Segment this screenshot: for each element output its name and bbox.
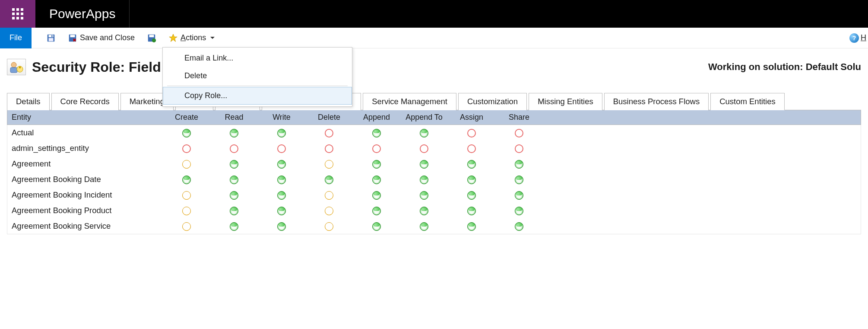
privilege-icon-none bbox=[420, 144, 428, 153]
privilege-cell[interactable] bbox=[400, 144, 448, 153]
privilege-icon-org bbox=[420, 176, 428, 184]
help-icon: ? bbox=[849, 33, 859, 43]
menu-item-delete[interactable]: Delete bbox=[163, 67, 352, 85]
privilege-cell[interactable] bbox=[258, 190, 305, 200]
grid-header-row: EntityCreateReadWriteDeleteAppendAppend … bbox=[7, 110, 861, 125]
privilege-cell[interactable] bbox=[353, 175, 400, 184]
privilege-cell[interactable] bbox=[258, 175, 305, 184]
privilege-cell[interactable] bbox=[448, 144, 495, 153]
privilege-cell[interactable] bbox=[305, 221, 353, 231]
privilege-cell[interactable] bbox=[163, 175, 210, 184]
entity-name: Agreement bbox=[7, 159, 163, 169]
privilege-cell[interactable] bbox=[305, 175, 353, 184]
privilege-cell[interactable] bbox=[448, 175, 495, 184]
menu-item-copy-role[interactable]: Copy Role... bbox=[163, 87, 352, 105]
privilege-cell[interactable] bbox=[163, 190, 210, 200]
privilege-cell[interactable] bbox=[448, 206, 495, 215]
tab-customization[interactable]: Customization bbox=[458, 93, 527, 110]
privilege-cell[interactable] bbox=[258, 159, 305, 169]
privilege-cell[interactable] bbox=[258, 128, 305, 137]
brand-label: PowerApps bbox=[35, 0, 130, 28]
privilege-cell[interactable] bbox=[353, 221, 400, 231]
privilege-cell[interactable] bbox=[448, 128, 495, 137]
privilege-cell[interactable] bbox=[210, 175, 258, 184]
tab-custom-entities[interactable]: Custom Entities bbox=[710, 93, 785, 110]
privilege-cell[interactable] bbox=[163, 221, 210, 231]
privilege-icon-org bbox=[420, 191, 428, 200]
privilege-icon-org bbox=[467, 191, 476, 200]
privilege-icon-none bbox=[467, 144, 476, 153]
privilege-cell[interactable] bbox=[400, 190, 448, 200]
publish-button[interactable] bbox=[143, 32, 160, 45]
publish-icon bbox=[147, 33, 156, 43]
tab-service-management[interactable]: Service Management bbox=[363, 93, 456, 110]
privilege-cell[interactable] bbox=[163, 206, 210, 215]
privilege-cell[interactable] bbox=[448, 190, 495, 200]
privilege-icon-org bbox=[277, 222, 286, 231]
privilege-cell[interactable] bbox=[305, 159, 353, 169]
privilege-cell[interactable] bbox=[353, 206, 400, 215]
col-header-entity: Entity bbox=[7, 110, 163, 125]
privilege-cell[interactable] bbox=[353, 144, 400, 153]
tab-core-records[interactable]: Core Records bbox=[51, 93, 119, 110]
privilege-cell[interactable] bbox=[258, 144, 305, 153]
privilege-cell[interactable] bbox=[163, 159, 210, 169]
privilege-cell[interactable] bbox=[400, 206, 448, 215]
help-button[interactable]: ? H bbox=[848, 33, 868, 43]
menu-item-email-link[interactable]: Email a Link... bbox=[163, 49, 352, 67]
privilege-icon-user bbox=[325, 207, 333, 215]
privilege-cell[interactable] bbox=[305, 144, 353, 153]
col-header-create: Create bbox=[163, 110, 210, 125]
privilege-cell[interactable] bbox=[400, 221, 448, 231]
privilege-cell[interactable] bbox=[400, 175, 448, 184]
privilege-cell[interactable] bbox=[210, 128, 258, 137]
privilege-cell[interactable] bbox=[305, 190, 353, 200]
privilege-cell[interactable] bbox=[495, 175, 543, 184]
privilege-cell[interactable] bbox=[258, 221, 305, 231]
save-icon bbox=[46, 33, 56, 43]
privilege-icon-org bbox=[230, 191, 238, 200]
privilege-icon-user bbox=[182, 191, 191, 200]
privilege-cell[interactable] bbox=[495, 128, 543, 137]
col-header-append-to: Append To bbox=[400, 110, 448, 125]
privilege-cell[interactable] bbox=[210, 221, 258, 231]
privilege-cell[interactable] bbox=[163, 128, 210, 137]
privilege-cell[interactable] bbox=[353, 190, 400, 200]
privilege-cell[interactable] bbox=[210, 144, 258, 153]
privilege-cell[interactable] bbox=[495, 144, 543, 153]
privilege-cell[interactable] bbox=[400, 128, 448, 137]
entity-name: Actual bbox=[7, 128, 163, 137]
privilege-cell[interactable] bbox=[353, 159, 400, 169]
privilege-cell[interactable] bbox=[163, 144, 210, 153]
tab-missing-entities[interactable]: Missing Entities bbox=[529, 93, 602, 110]
privilege-cell[interactable] bbox=[448, 159, 495, 169]
privilege-cell[interactable] bbox=[258, 206, 305, 215]
col-header-delete: Delete bbox=[305, 110, 353, 125]
privilege-icon-org bbox=[420, 222, 428, 231]
privilege-cell[interactable] bbox=[210, 206, 258, 215]
privilege-cell[interactable] bbox=[495, 159, 543, 169]
app-launcher-button[interactable] bbox=[0, 0, 35, 28]
privilege-cell[interactable] bbox=[353, 128, 400, 137]
save-button[interactable] bbox=[43, 32, 59, 45]
privilege-icon-org bbox=[277, 160, 286, 169]
privilege-icon-none bbox=[230, 144, 238, 153]
privilege-cell[interactable] bbox=[210, 159, 258, 169]
tab-details[interactable]: Details bbox=[7, 93, 50, 110]
save-and-close-button[interactable]: Save and Close bbox=[64, 32, 138, 45]
privilege-cell[interactable] bbox=[448, 221, 495, 231]
privilege-cell[interactable] bbox=[495, 190, 543, 200]
privilege-cell[interactable] bbox=[305, 206, 353, 215]
file-menu-button[interactable]: File bbox=[0, 28, 32, 48]
actions-menu-wrapper: Actions Email a Link... Delete Copy Role… bbox=[162, 32, 221, 45]
actions-menu-button[interactable]: Actions bbox=[165, 32, 218, 45]
privilege-cell[interactable] bbox=[305, 128, 353, 137]
privilege-icon-none bbox=[277, 144, 286, 153]
privilege-cell[interactable] bbox=[495, 221, 543, 231]
entity-name: Agreement Booking Incident bbox=[7, 190, 163, 200]
privilege-cell[interactable] bbox=[495, 206, 543, 215]
privilege-cell[interactable] bbox=[210, 190, 258, 200]
privilege-cell[interactable] bbox=[400, 159, 448, 169]
privilege-icon-org bbox=[515, 191, 523, 200]
tab-business-process-flows[interactable]: Business Process Flows bbox=[604, 93, 709, 110]
